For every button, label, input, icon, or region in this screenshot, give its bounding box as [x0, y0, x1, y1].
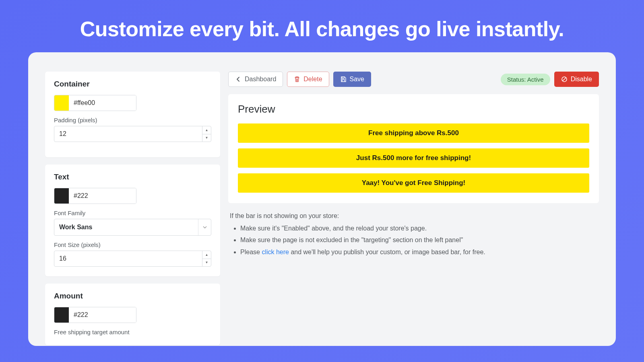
help-rest: and we'll help you publish your custom, …	[289, 249, 485, 255]
padding-step-down[interactable]: ▼	[202, 134, 211, 142]
save-label: Save	[350, 76, 364, 83]
preview-title: Preview	[238, 103, 589, 115]
font-size-input[interactable]	[54, 251, 202, 266]
toolbar: Dashboard Delete Save Status: Active	[228, 72, 599, 87]
help-item: Please click here and we'll help you pub…	[240, 247, 597, 257]
padding-step-up[interactable]: ▲	[202, 126, 211, 134]
help-link[interactable]: click here	[262, 249, 289, 255]
help-item: Make sure the page is not excluded in th…	[240, 234, 597, 245]
target-amount-label: Free shipping target amount	[54, 329, 211, 335]
font-family-label: Font Family	[54, 210, 211, 216]
chevron-down-icon	[198, 219, 211, 235]
preview-bar: Free shipping above Rs.500	[238, 123, 589, 143]
text-color-swatch[interactable]	[54, 188, 69, 204]
prohibit-icon	[561, 76, 568, 82]
container-color-picker[interactable]	[54, 95, 136, 111]
font-family-value: Work Sans	[59, 224, 198, 231]
help-item: Make sure it's "Enabled" above, and the …	[240, 223, 597, 234]
amount-color-swatch[interactable]	[54, 307, 69, 323]
padding-input[interactable]	[54, 126, 202, 142]
save-icon	[340, 76, 347, 82]
font-size-label: Font Size (pixels)	[54, 241, 211, 248]
preview-bar: Just Rs.500 more for free shipping!	[238, 148, 589, 168]
amount-card-title: Amount	[54, 292, 211, 300]
padding-input-wrap: ▲ ▼	[54, 126, 211, 142]
delete-label: Delete	[303, 76, 322, 83]
trash-icon	[294, 76, 300, 82]
dashboard-label: Dashboard	[245, 76, 276, 83]
app-window: Container Padding (pixels) ▲ ▼ Text Font…	[28, 52, 616, 346]
text-card-title: Text	[54, 173, 211, 181]
help-block: If the bar is not showing on your store:…	[228, 210, 599, 257]
font-size-step-down[interactable]: ▼	[202, 259, 211, 267]
arrow-left-icon	[235, 76, 242, 82]
disable-button[interactable]: Disable	[554, 72, 599, 87]
font-size-step-up[interactable]: ▲	[202, 251, 211, 259]
dashboard-button[interactable]: Dashboard	[228, 72, 283, 87]
padding-spinner: ▲ ▼	[202, 126, 211, 142]
save-button[interactable]: Save	[333, 72, 371, 87]
main-panel: Dashboard Delete Save Status: Active	[228, 72, 599, 346]
font-size-input-wrap: ▲ ▼	[54, 251, 211, 267]
font-family-select[interactable]: Work Sans	[54, 219, 211, 236]
container-color-swatch[interactable]	[54, 95, 69, 111]
preview-card: Preview Free shipping above Rs.500 Just …	[228, 94, 599, 203]
padding-label: Padding (pixels)	[54, 117, 211, 123]
text-color-input[interactable]	[69, 188, 136, 204]
disable-label: Disable	[571, 76, 592, 83]
hero-title: Customize every bit. All changes go live…	[0, 0, 644, 52]
container-card: Container Padding (pixels) ▲ ▼	[45, 72, 220, 157]
container-card-title: Container	[54, 80, 211, 88]
status-badge: Status: Active	[501, 74, 550, 85]
preview-bar: Yaay! You've got Free Shipping!	[238, 173, 589, 193]
text-color-picker[interactable]	[54, 188, 136, 204]
help-intro: If the bar is not showing on your store:	[230, 210, 597, 221]
help-please: Please	[240, 249, 262, 255]
text-card: Text Font Family Work Sans Font Size (pi…	[45, 165, 220, 276]
settings-sidebar: Container Padding (pixels) ▲ ▼ Text Font…	[45, 72, 220, 346]
font-size-spinner: ▲ ▼	[202, 251, 211, 266]
amount-card: Amount Free shipping target amount	[45, 284, 220, 345]
container-color-input[interactable]	[69, 95, 136, 111]
amount-color-picker[interactable]	[54, 307, 136, 323]
amount-color-input[interactable]	[69, 307, 136, 323]
delete-button[interactable]: Delete	[287, 72, 329, 87]
